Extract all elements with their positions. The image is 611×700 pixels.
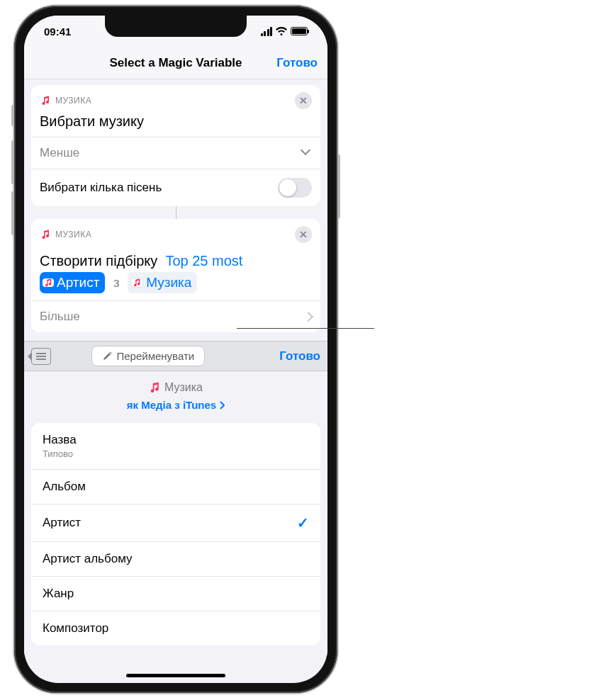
artist-variable-chip[interactable]: Артист bbox=[40, 272, 105, 294]
close-card-button[interactable]: ✕ bbox=[295, 226, 312, 243]
card-header: МУЗИКА ✕ bbox=[31, 219, 320, 246]
attribute-label: Назва bbox=[43, 433, 77, 446]
nav-title: Select a Magic Variable bbox=[109, 56, 242, 70]
show-less-label: Менше bbox=[40, 146, 79, 160]
attribute-row[interactable]: Альбом bbox=[31, 469, 320, 504]
chip-label: Артист bbox=[57, 273, 99, 293]
power-button bbox=[337, 154, 340, 218]
action-verb: Створити підбірку bbox=[40, 253, 157, 269]
action-card-create-playlist: МУЗИКА ✕ Створити підбірку Top 25 most А… bbox=[31, 219, 320, 332]
volume-up-button bbox=[11, 140, 14, 184]
attribute-label: Альбом bbox=[43, 480, 86, 493]
multi-select-toggle[interactable] bbox=[278, 178, 312, 198]
music-variable-chip[interactable]: Музика bbox=[128, 272, 197, 294]
attribute-row[interactable]: Жанр bbox=[31, 576, 320, 611]
variable-info-header: Музика як Медіа з iTunes bbox=[31, 371, 320, 419]
playlist-param[interactable]: Top 25 most bbox=[165, 253, 242, 269]
action-line: Створити підбірку Top 25 most Артист з М… bbox=[31, 246, 320, 300]
music-app-icon bbox=[40, 229, 51, 240]
variable-toolbar: Перейменувати Готово bbox=[24, 341, 327, 371]
home-indicator[interactable] bbox=[126, 674, 225, 677]
content-area: МУЗИКА ✕ Вибрати музику Менше Вибрати кі… bbox=[24, 79, 327, 655]
pencil-icon bbox=[102, 351, 112, 361]
card-app-label: МУЗИКА bbox=[55, 230, 91, 239]
card-header: МУЗИКА ✕ bbox=[31, 85, 320, 112]
music-note-icon bbox=[149, 382, 160, 393]
attribute-row[interactable]: Композитор bbox=[31, 611, 320, 645]
rename-label: Перейменувати bbox=[116, 350, 194, 362]
card-app-label: МУЗИКА bbox=[55, 96, 91, 106]
chip-label: Музика bbox=[146, 273, 191, 293]
checkmark-icon: ✓ bbox=[297, 514, 309, 531]
battery-icon bbox=[291, 27, 308, 35]
attribute-label: Артист bbox=[43, 516, 81, 529]
rename-button[interactable]: Перейменувати bbox=[91, 346, 205, 366]
chevron-right-icon bbox=[305, 313, 312, 320]
cellular-icon bbox=[261, 27, 273, 36]
status-right bbox=[261, 27, 308, 36]
attribute-list: НазваТиповоАльбомАртист✓Артист альбомуЖа… bbox=[31, 423, 320, 645]
toolbar-done-button[interactable]: Готово bbox=[279, 349, 320, 363]
attribute-label: Артист альбому bbox=[43, 552, 133, 565]
show-more-label: Більше bbox=[40, 310, 80, 324]
conjunction-text: з bbox=[113, 275, 120, 290]
attribute-label: Жанр bbox=[43, 587, 74, 600]
wifi-icon bbox=[276, 27, 287, 35]
attribute-label: Композитор bbox=[43, 621, 108, 635]
card-connector bbox=[176, 206, 176, 219]
attribute-row[interactable]: Артист альбому bbox=[31, 541, 320, 576]
action-card-select-music: МУЗИКА ✕ Вибрати музику Менше Вибрати кі… bbox=[31, 85, 320, 206]
mute-switch bbox=[11, 105, 14, 126]
variable-name: Музика bbox=[164, 381, 203, 394]
card-title: Вибрати музику bbox=[31, 112, 320, 137]
show-less-row[interactable]: Менше bbox=[31, 137, 320, 169]
callout-line bbox=[237, 328, 374, 329]
close-card-button[interactable]: ✕ bbox=[295, 92, 312, 109]
nav-done-button[interactable]: Готово bbox=[276, 56, 318, 70]
attribute-sublabel: Типово bbox=[43, 448, 77, 459]
screen: 09:41 Select a Magic Variable Готово МУЗ… bbox=[24, 16, 327, 683]
multi-select-row: Вибрати кілька пісень bbox=[31, 169, 320, 206]
music-note-icon bbox=[130, 278, 143, 288]
variable-type-label: як Медіа з iTunes bbox=[127, 399, 216, 411]
phone-frame: 09:41 Select a Magic Variable Готово МУЗ… bbox=[14, 6, 337, 693]
attribute-row[interactable]: Артист✓ bbox=[31, 504, 320, 541]
chevron-right-icon bbox=[219, 401, 225, 410]
chevron-down-icon bbox=[302, 148, 312, 158]
notch bbox=[105, 16, 247, 37]
nav-header: Select a Magic Variable Готово bbox=[24, 47, 327, 79]
multi-select-label: Вибрати кілька пісень bbox=[40, 181, 162, 195]
attribute-row[interactable]: НазваТипово bbox=[31, 423, 320, 469]
status-time: 09:41 bbox=[44, 26, 71, 38]
keyboard-back-button[interactable] bbox=[31, 348, 51, 365]
variable-type-link[interactable]: як Медіа з iTunes bbox=[127, 399, 225, 411]
music-note-icon bbox=[43, 278, 54, 287]
volume-down-button bbox=[11, 191, 14, 235]
music-app-icon bbox=[40, 95, 51, 106]
variable-name-row: Музика bbox=[149, 381, 203, 394]
